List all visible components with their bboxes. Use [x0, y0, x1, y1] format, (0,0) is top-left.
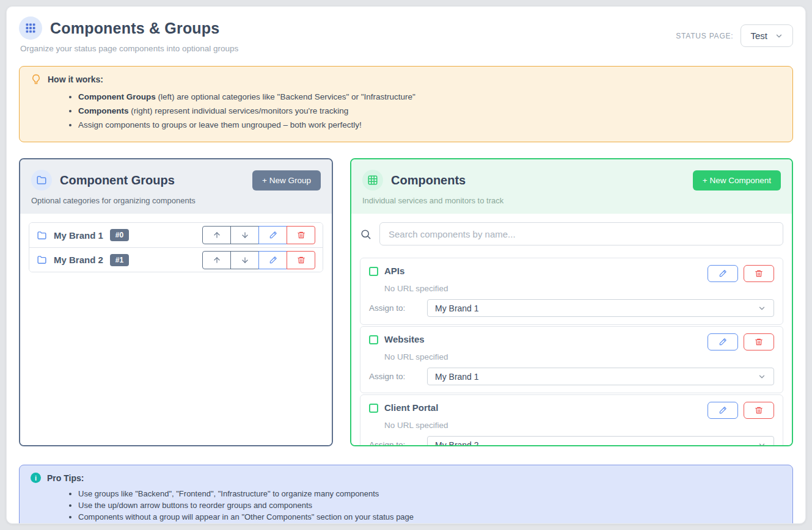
assigned-group-value: My Brand 2: [435, 440, 479, 447]
pencil-icon: [719, 269, 727, 278]
group-row: My Brand 1 #0: [29, 223, 323, 247]
component-groups-body: My Brand 1 #0: [20, 214, 332, 445]
pencil-icon: [719, 406, 727, 415]
panels-row: Component Groups + New Group Optional ca…: [19, 158, 793, 446]
assigned-group-value: My Brand 1: [435, 372, 479, 382]
arrow-down-icon: [241, 256, 249, 264]
pencil-icon: [269, 256, 277, 264]
page-subtitle: Organize your status page components int…: [20, 44, 238, 53]
main-card: Components & Groups Organize your status…: [6, 6, 806, 524]
folder-icon: [37, 230, 47, 241]
edit-component-button[interactable]: [708, 402, 738, 419]
trash-icon: [755, 406, 763, 415]
assign-group-select[interactable]: My Brand 1: [427, 368, 774, 385]
component-card: APIs No URL specifi: [360, 258, 783, 325]
delete-group-button[interactable]: [287, 251, 315, 269]
component-groups-title: Component Groups: [60, 173, 175, 187]
component-url-note: No URL specified: [384, 284, 774, 293]
delete-group-button[interactable]: [287, 226, 315, 244]
component-card: Client Portal No UR: [360, 394, 783, 446]
trash-icon: [755, 269, 763, 278]
edit-group-button[interactable]: [258, 226, 287, 244]
components-header: Components + New Component Individual se…: [351, 159, 792, 214]
component-name: Client Portal: [384, 402, 438, 413]
group-name: My Brand 1: [54, 230, 103, 241]
component-status-checkbox[interactable]: [369, 335, 378, 344]
assign-group-select[interactable]: My Brand 1: [427, 299, 774, 317]
components-title: Components: [391, 173, 466, 187]
chevron-down-icon: [775, 32, 783, 40]
group-actions: [202, 251, 315, 269]
trash-icon: [297, 256, 305, 264]
move-group-up-button[interactable]: [202, 251, 231, 269]
edit-group-button[interactable]: [258, 251, 287, 269]
move-group-up-button[interactable]: [202, 226, 231, 244]
move-group-down-button[interactable]: [230, 251, 259, 269]
info-icon: i: [31, 473, 41, 483]
assigned-group-value: My Brand 1: [435, 303, 479, 313]
status-page-label: STATUS PAGE:: [676, 32, 733, 40]
assign-group-select[interactable]: My Brand 2: [427, 436, 774, 446]
how-it-works-bullet: Component Groups (left) are optional cat…: [78, 90, 781, 104]
component-status-checkbox[interactable]: [369, 267, 378, 276]
status-page-value: Test: [750, 31, 767, 41]
new-group-button[interactable]: + New Group: [252, 170, 321, 191]
status-page-selector: STATUS PAGE: Test: [676, 24, 793, 47]
how-it-works-title: How it works:: [48, 74, 103, 84]
pencil-icon: [719, 338, 727, 346]
search-components-input[interactable]: [379, 222, 783, 245]
pro-tips-title: Pro Tips:: [47, 473, 84, 483]
lightbulb-icon: [31, 74, 42, 85]
move-group-down-button[interactable]: [230, 226, 259, 244]
component-actions: [708, 265, 774, 282]
page-title: Components & Groups: [50, 20, 219, 37]
folder-icon: [37, 255, 47, 265]
component-actions: [708, 402, 774, 419]
delete-component-button[interactable]: [744, 265, 774, 282]
arrow-down-icon: [241, 231, 249, 239]
components-body: APIs No URL specifi: [351, 214, 792, 446]
assign-to-label: Assign to:: [369, 372, 427, 381]
group-list: My Brand 1 #0: [29, 222, 323, 272]
pro-tips-bullet: Use groups like "Backend", "Frontend", "…: [78, 488, 781, 499]
edit-component-button[interactable]: [708, 333, 738, 350]
edit-component-button[interactable]: [708, 265, 738, 282]
pro-tips-bullet: Use the up/down arrow buttons to reorder…: [78, 499, 781, 511]
component-url-note: No URL specified: [384, 421, 774, 430]
group-actions: [202, 226, 315, 244]
delete-component-button[interactable]: [744, 333, 774, 350]
new-component-button[interactable]: + New Component: [693, 170, 781, 191]
assign-row: Assign to: My Brand 1: [369, 368, 774, 385]
pencil-icon: [269, 231, 277, 239]
component-name: Websites: [384, 333, 425, 344]
apps-grid-icon: [19, 16, 42, 40]
chevron-down-icon: [758, 304, 766, 313]
group-order-badge: #0: [110, 229, 129, 241]
assign-to-label: Assign to:: [369, 440, 427, 446]
status-page-select[interactable]: Test: [741, 24, 793, 47]
group-name: My Brand 2: [54, 255, 103, 265]
group-order-badge: #1: [110, 254, 129, 266]
pro-tips-box: i Pro Tips: Use groups like "Backend", "…: [19, 465, 793, 524]
assign-to-label: Assign to:: [369, 303, 427, 313]
group-row: My Brand 2 #1: [29, 247, 323, 272]
pro-tips-list: Use groups like "Backend", "Frontend", "…: [78, 488, 781, 523]
search-icon: [360, 228, 371, 240]
how-it-works-bullet: Assign components to groups or leave the…: [78, 118, 781, 132]
component-url-note: No URL specified: [384, 352, 774, 361]
how-it-works-box: How it works: Component Groups (left) ar…: [19, 66, 793, 142]
table-grid-icon: [362, 170, 383, 191]
component-actions: [708, 333, 774, 350]
pro-tips-bullet: Components without a group will appear i…: [78, 511, 781, 523]
components-subtitle: Individual services and monitors to trac…: [362, 196, 781, 205]
component-status-checkbox[interactable]: [369, 404, 378, 413]
component-groups-panel: Component Groups + New Group Optional ca…: [19, 158, 333, 446]
chevron-down-icon: [758, 441, 766, 447]
delete-component-button[interactable]: [744, 402, 774, 419]
trash-icon: [755, 338, 763, 346]
folder-icon: [31, 170, 52, 191]
trash-icon: [297, 231, 305, 239]
chevron-down-icon: [758, 372, 766, 381]
assign-row: Assign to: My Brand 2: [369, 436, 774, 446]
assign-row: Assign to: My Brand 1: [369, 299, 774, 317]
